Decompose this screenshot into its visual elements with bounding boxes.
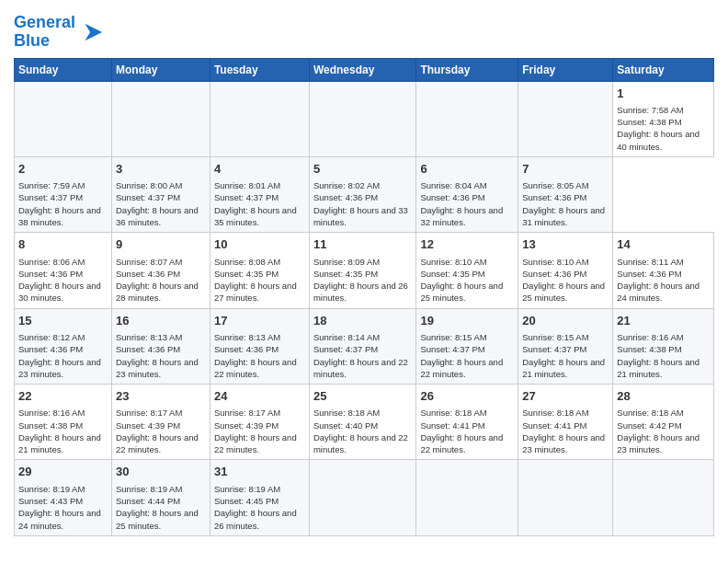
day-number: 7 bbox=[522, 161, 609, 178]
day-cell: 31Sunrise: 8:19 AMSunset: 4:45 PMDayligh… bbox=[210, 460, 309, 535]
day-cell: 9Sunrise: 8:07 AMSunset: 4:36 PMDaylight… bbox=[112, 233, 210, 308]
sunrise: Sunrise: 8:13 AM bbox=[116, 332, 182, 342]
sunrise: Sunrise: 8:06 AM bbox=[18, 257, 85, 267]
col-header-friday: Friday bbox=[518, 58, 613, 81]
sunset: Sunset: 4:38 PM bbox=[617, 344, 681, 354]
daylight: Daylight: 8 hours and 38 minutes. bbox=[18, 205, 101, 227]
day-cell: 16Sunrise: 8:13 AMSunset: 4:36 PMDayligh… bbox=[112, 308, 210, 384]
empty-cell bbox=[210, 81, 309, 156]
day-number: 11 bbox=[313, 236, 412, 253]
daylight: Daylight: 8 hours and 21 minutes. bbox=[617, 357, 700, 379]
empty-cell bbox=[416, 81, 518, 156]
daylight: Daylight: 8 hours and 25 minutes. bbox=[116, 508, 199, 530]
page-header: General Blue bbox=[14, 9, 714, 51]
sunrise: Sunrise: 8:07 AM bbox=[116, 257, 182, 267]
day-cell: 8Sunrise: 8:06 AMSunset: 4:36 PMDaylight… bbox=[15, 233, 112, 308]
empty-cell bbox=[518, 460, 613, 535]
sunrise: Sunrise: 8:13 AM bbox=[214, 332, 280, 342]
day-number: 3 bbox=[116, 161, 206, 178]
week-row: 2Sunrise: 7:59 AMSunset: 4:37 PMDaylight… bbox=[15, 156, 714, 232]
day-cell: 18Sunrise: 8:14 AMSunset: 4:37 PMDayligh… bbox=[309, 308, 415, 384]
empty-cell bbox=[416, 460, 518, 535]
daylight: Daylight: 8 hours and 23 minutes. bbox=[617, 432, 700, 454]
day-number: 18 bbox=[313, 313, 412, 329]
day-cell: 1Sunrise: 7:58 AMSunset: 4:38 PMDaylight… bbox=[613, 81, 714, 156]
day-number: 20 bbox=[522, 313, 609, 329]
daylight: Daylight: 8 hours and 21 minutes. bbox=[522, 357, 605, 379]
sunrise: Sunrise: 8:16 AM bbox=[617, 332, 683, 342]
sunrise: Sunrise: 8:11 AM bbox=[617, 257, 683, 267]
day-number: 12 bbox=[420, 236, 514, 253]
sunrise: Sunrise: 8:17 AM bbox=[116, 408, 182, 418]
sunset: Sunset: 4:40 PM bbox=[313, 420, 378, 431]
sunset: Sunset: 4:36 PM bbox=[116, 344, 180, 354]
daylight: Daylight: 8 hours and 22 minutes. bbox=[214, 432, 297, 454]
sunset: Sunset: 4:39 PM bbox=[214, 420, 279, 431]
day-number: 16 bbox=[116, 313, 206, 329]
sunrise: Sunrise: 7:58 AM bbox=[617, 105, 683, 115]
empty-cell bbox=[15, 81, 112, 156]
empty-cell bbox=[613, 460, 714, 535]
sunset: Sunset: 4:37 PM bbox=[522, 344, 586, 354]
svg-marker-0 bbox=[85, 23, 103, 40]
sunrise: Sunrise: 8:18 AM bbox=[420, 408, 486, 418]
day-cell: 29Sunrise: 8:19 AMSunset: 4:43 PMDayligh… bbox=[15, 460, 112, 535]
day-cell: 5Sunrise: 8:02 AMSunset: 4:36 PMDaylight… bbox=[309, 156, 415, 232]
day-cell: 14Sunrise: 8:11 AMSunset: 4:36 PMDayligh… bbox=[613, 233, 714, 308]
day-number: 8 bbox=[18, 236, 108, 253]
sunset: Sunset: 4:37 PM bbox=[116, 192, 180, 202]
daylight: Daylight: 8 hours and 28 minutes. bbox=[116, 281, 199, 303]
sunrise: Sunrise: 8:18 AM bbox=[617, 408, 683, 418]
day-cell: 12Sunrise: 8:10 AMSunset: 4:35 PMDayligh… bbox=[416, 233, 518, 308]
sunset: Sunset: 4:36 PM bbox=[617, 269, 681, 279]
day-number: 29 bbox=[18, 464, 108, 480]
week-row: 22Sunrise: 8:16 AMSunset: 4:38 PMDayligh… bbox=[15, 385, 714, 460]
day-number: 13 bbox=[522, 236, 609, 253]
col-header-tuesday: Tuesday bbox=[210, 58, 309, 81]
day-number: 15 bbox=[18, 313, 108, 329]
sunset: Sunset: 4:44 PM bbox=[116, 496, 180, 506]
sunrise: Sunrise: 8:15 AM bbox=[522, 332, 588, 342]
daylight: Daylight: 8 hours and 24 minutes. bbox=[617, 281, 700, 303]
day-number: 14 bbox=[617, 236, 710, 253]
sunrise: Sunrise: 8:10 AM bbox=[522, 257, 588, 267]
day-cell: 20Sunrise: 8:15 AMSunset: 4:37 PMDayligh… bbox=[518, 308, 613, 384]
day-number: 10 bbox=[214, 236, 305, 253]
day-cell: 10Sunrise: 8:08 AMSunset: 4:35 PMDayligh… bbox=[210, 233, 309, 308]
sunrise: Sunrise: 8:19 AM bbox=[214, 484, 280, 494]
day-cell: 19Sunrise: 8:15 AMSunset: 4:37 PMDayligh… bbox=[416, 308, 518, 384]
sunset: Sunset: 4:36 PM bbox=[420, 192, 484, 202]
daylight: Daylight: 8 hours and 22 minutes. bbox=[420, 357, 503, 379]
day-number: 21 bbox=[617, 313, 710, 329]
day-number: 25 bbox=[313, 388, 412, 405]
sunrise: Sunrise: 8:09 AM bbox=[313, 257, 380, 267]
col-header-wednesday: Wednesday bbox=[309, 58, 415, 81]
daylight: Daylight: 8 hours and 26 minutes. bbox=[313, 281, 408, 303]
sunset: Sunset: 4:37 PM bbox=[18, 192, 83, 202]
sunset: Sunset: 4:36 PM bbox=[18, 269, 83, 279]
day-cell: 24Sunrise: 8:17 AMSunset: 4:39 PMDayligh… bbox=[210, 385, 309, 460]
daylight: Daylight: 8 hours and 22 minutes. bbox=[313, 357, 408, 379]
sunrise: Sunrise: 8:02 AM bbox=[313, 180, 380, 190]
sunset: Sunset: 4:35 PM bbox=[313, 269, 378, 279]
sunset: Sunset: 4:43 PM bbox=[18, 496, 83, 506]
sunrise: Sunrise: 8:19 AM bbox=[116, 484, 182, 494]
day-cell: 4Sunrise: 8:01 AMSunset: 4:37 PMDaylight… bbox=[210, 156, 309, 232]
col-header-sunday: Sunday bbox=[15, 58, 112, 81]
sunrise: Sunrise: 8:05 AM bbox=[522, 180, 588, 190]
day-cell: 28Sunrise: 8:18 AMSunset: 4:42 PMDayligh… bbox=[613, 385, 714, 460]
daylight: Daylight: 8 hours and 25 minutes. bbox=[420, 281, 503, 303]
calendar-table: SundayMondayTuesdayWednesdayThursdayFrid… bbox=[14, 58, 714, 536]
daylight: Daylight: 8 hours and 31 minutes. bbox=[522, 205, 605, 227]
sunset: Sunset: 4:41 PM bbox=[522, 420, 586, 431]
day-cell: 15Sunrise: 8:12 AMSunset: 4:36 PMDayligh… bbox=[15, 308, 112, 384]
sunset: Sunset: 4:36 PM bbox=[522, 192, 586, 202]
sunset: Sunset: 4:37 PM bbox=[313, 344, 378, 354]
col-header-thursday: Thursday bbox=[416, 58, 518, 81]
sunset: Sunset: 4:35 PM bbox=[214, 269, 279, 279]
daylight: Daylight: 8 hours and 36 minutes. bbox=[116, 205, 199, 227]
sunrise: Sunrise: 8:15 AM bbox=[420, 332, 486, 342]
sunrise: Sunrise: 8:10 AM bbox=[420, 257, 486, 267]
day-cell: 22Sunrise: 8:16 AMSunset: 4:38 PMDayligh… bbox=[15, 385, 112, 460]
col-header-monday: Monday bbox=[112, 58, 210, 81]
